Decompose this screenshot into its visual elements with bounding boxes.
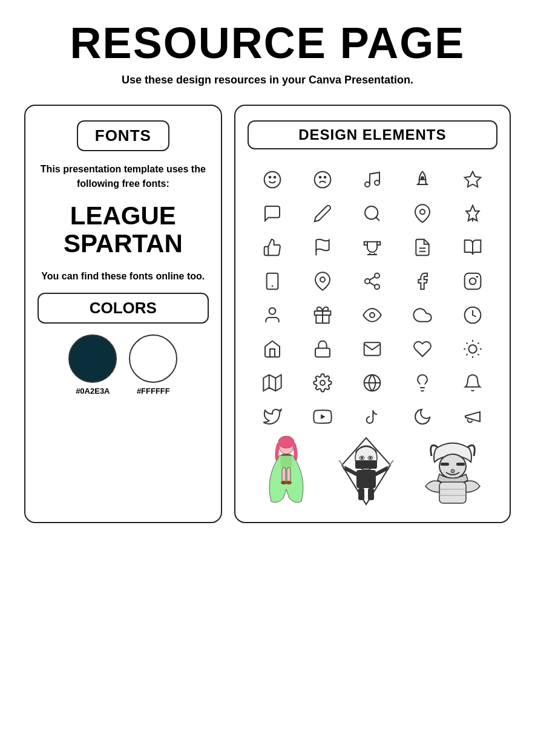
svg-point-12 (420, 209, 425, 214)
samurai-character (419, 435, 486, 507)
swatch-label-dark: #0A2E3A (76, 386, 110, 396)
svg-point-5 (324, 177, 326, 178)
home-icon (258, 334, 287, 363)
svg-point-3 (314, 172, 330, 188)
youtube-icon (308, 402, 337, 431)
svg-point-71 (451, 469, 455, 473)
color-swatches: #0A2E3A #FFFFFF (68, 334, 177, 396)
svg-point-21 (365, 279, 370, 284)
ninja-svg (336, 435, 396, 507)
icon-row-3 (248, 233, 497, 262)
svg-point-4 (319, 177, 321, 178)
gift-icon (308, 301, 337, 330)
svg-rect-56 (287, 468, 290, 483)
font-name: LEAGUE SPARTAN (64, 202, 183, 258)
svg-rect-60 (355, 460, 377, 469)
svg-point-58 (286, 481, 292, 484)
anime-character (259, 435, 313, 507)
book-icon (458, 233, 487, 262)
search-icon (358, 199, 387, 228)
icon-row-1 (248, 165, 497, 194)
svg-point-7 (375, 180, 379, 185)
svg-point-53 (278, 436, 294, 448)
subtitle: Use these design resources in your Canva… (122, 74, 413, 86)
pin-icon (408, 199, 437, 228)
icons-grid (248, 165, 497, 431)
star-icon (458, 165, 487, 194)
svg-rect-70 (456, 463, 465, 466)
color-swatch-dark: #0A2E3A (68, 334, 117, 396)
svg-line-37 (466, 343, 467, 344)
svg-line-11 (376, 217, 379, 221)
svg-rect-17 (267, 273, 278, 290)
icon-row-5 (248, 301, 497, 330)
svg-rect-72 (439, 482, 466, 503)
phone-icon (258, 267, 287, 296)
svg-marker-51 (321, 414, 326, 419)
svg-rect-69 (441, 463, 449, 466)
map-icon (258, 368, 287, 397)
swatch-label-white: #FFFFFF (137, 386, 170, 396)
facebook-icon (408, 267, 437, 296)
ninja-character (336, 435, 396, 507)
svg-point-10 (365, 206, 378, 219)
instagram-icon (458, 267, 487, 296)
colors-badge: COLORS (38, 293, 209, 324)
twitter-icon (258, 402, 287, 431)
svg-point-6 (365, 182, 370, 187)
mail-icon (358, 334, 387, 363)
bell-icon (458, 368, 487, 397)
document-icon (408, 233, 437, 262)
flag-icon (308, 233, 337, 262)
svg-line-42 (478, 343, 479, 344)
design-panel: DESIGN ELEMENTS (234, 105, 511, 523)
svg-point-8 (421, 177, 424, 179)
sad-icon (308, 165, 337, 194)
cloud-icon (408, 301, 437, 330)
icon-row-8 (248, 402, 497, 431)
svg-rect-33 (315, 348, 330, 357)
svg-rect-55 (282, 468, 286, 483)
svg-line-24 (370, 277, 375, 280)
svg-marker-9 (464, 172, 481, 187)
samurai-svg (419, 435, 486, 507)
trophy-icon (358, 233, 387, 262)
svg-point-1 (269, 177, 271, 178)
swatch-circle-white (129, 334, 177, 383)
svg-rect-66 (358, 488, 364, 500)
tiktok-icon (358, 402, 387, 431)
smile-icon (258, 165, 287, 194)
anime-svg (259, 435, 313, 507)
icon-row-7 (248, 368, 497, 397)
clock-icon (458, 301, 487, 330)
svg-point-22 (375, 284, 379, 289)
svg-line-38 (478, 354, 479, 355)
location-icon (308, 267, 337, 296)
svg-point-19 (320, 277, 325, 282)
svg-point-27 (476, 276, 477, 277)
svg-rect-67 (368, 488, 374, 500)
main-grid: FONTS This presentation template uses th… (24, 105, 511, 523)
eye-icon (358, 301, 387, 330)
lightbulb-icon (408, 368, 437, 397)
music-icon (358, 165, 387, 194)
svg-point-64 (369, 457, 372, 459)
thumbsup-icon (258, 233, 287, 262)
svg-point-31 (370, 313, 375, 318)
chat-icon (258, 199, 287, 228)
design-elements-badge: DESIGN ELEMENTS (248, 120, 497, 149)
svg-line-41 (466, 354, 467, 355)
icon-row-6 (248, 334, 497, 363)
rocket-icon (408, 165, 437, 194)
page-title: RESOURCE PAGE (70, 18, 465, 68)
svg-point-2 (274, 177, 276, 178)
fonts-panel: FONTS This presentation template uses th… (24, 105, 222, 523)
fonts-description: This presentation template uses the foll… (38, 162, 209, 191)
lock-icon (308, 334, 337, 363)
svg-point-0 (264, 172, 281, 188)
svg-marker-43 (263, 375, 281, 391)
fonts-online-note: You can find these fonts online too. (41, 271, 205, 282)
moon-icon (408, 402, 437, 431)
svg-point-63 (361, 457, 363, 459)
color-swatch-white: #FFFFFF (129, 334, 177, 396)
